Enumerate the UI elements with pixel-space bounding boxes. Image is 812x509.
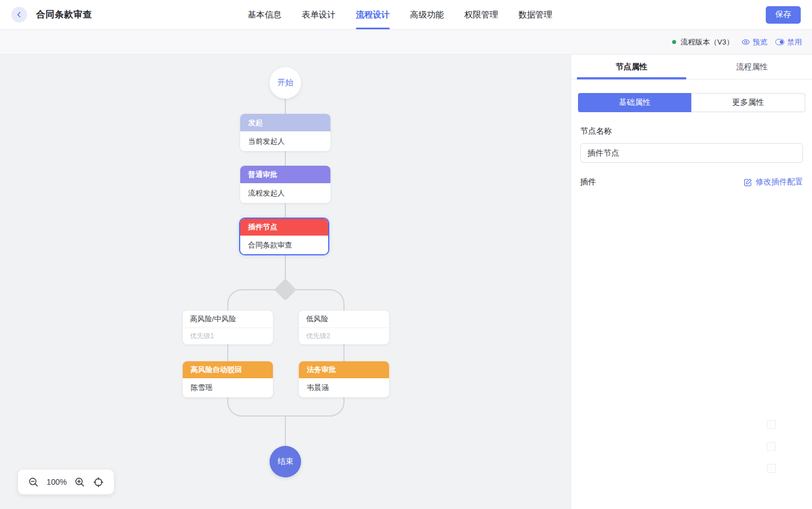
reset-view-button[interactable] [93,477,104,488]
branch-rails [227,289,345,417]
condition-title: 高风险/中风险 [183,311,273,328]
node-header: 普通审批 [240,166,330,183]
connector-line [285,99,286,114]
disable-toggle[interactable]: 禁用 [775,37,802,47]
property-segmented-control: 基础属性 更多属性 [578,93,805,112]
plugin-row: 插件 修改插件配置 [580,177,803,187]
node-header: 法务审批 [299,361,389,378]
condition-card-high-risk[interactable]: 高风险/中风险 优先级1 [183,311,273,344]
toggle-switch-icon [775,39,784,45]
pencil-square-icon [744,178,752,187]
plugin-label: 插件 [580,177,596,187]
flow-node-auto-reject[interactable]: 高风险自动驳回 陈雪瑶 [183,361,273,397]
node-name-input[interactable] [580,143,803,163]
chevron-left-icon [16,11,23,18]
node-header: 高风险自动驳回 [183,361,273,378]
tab-process-properties[interactable]: 流程属性 [692,55,812,79]
eye-icon [742,38,750,46]
page-title: 合同条款审查 [36,9,92,21]
top-header: 合同条款审查 基本信息 表单设计 流程设计 高级功能 权限管理 数据管理 保存 [0,0,812,30]
condition-priority: 优先级1 [183,328,273,344]
connector-line [285,151,286,166]
flow-node-plugin-selected[interactable]: 插件节点 合同条款审查 [239,218,329,255]
tab-form-design[interactable]: 表单设计 [302,0,336,29]
flow-node-approval[interactable]: 普通审批 流程发起人 [240,166,330,203]
node-body: 韦晨涵 [299,378,389,397]
tab-basic-info[interactable]: 基本信息 [248,0,281,29]
panel-tabs: 节点属性 流程属性 [571,55,812,79]
start-node[interactable]: 开始 [270,67,301,99]
placeholder-box [767,420,776,429]
end-node[interactable]: 结束 [270,446,301,477]
magnifier-plus-icon [74,477,85,488]
placeholder-box [767,442,776,451]
edit-plugin-config-link[interactable]: 修改插件配置 [744,177,803,187]
node-header: 发起 [240,114,330,131]
condition-card-low-risk[interactable]: 低风险 优先级2 [299,311,389,344]
tab-node-properties[interactable]: 节点属性 [571,55,692,79]
plugin-action-label: 修改插件配置 [756,177,803,187]
preview-button[interactable]: 预览 [742,37,767,47]
node-body: 合同条款审查 [240,236,328,254]
zoom-out-button[interactable] [28,477,39,488]
save-button[interactable]: 保存 [766,6,801,24]
version-label: 流程版本（V3） [681,37,734,47]
condition-priority: 优先级2 [299,328,389,344]
zoom-level: 100% [47,477,67,486]
tab-process-design[interactable]: 流程设计 [356,0,390,29]
tab-data-management[interactable]: 数据管理 [518,0,552,29]
connector-line [285,415,286,446]
condition-title: 低风险 [299,311,389,328]
top-nav: 基本信息 表单设计 流程设计 高级功能 权限管理 数据管理 [248,0,552,29]
node-body: 流程发起人 [240,183,330,203]
node-body: 当前发起人 [240,131,330,151]
preview-label: 预览 [753,37,767,47]
status-dot [672,40,676,44]
connector-line [285,255,286,282]
zoom-in-button[interactable] [74,477,85,488]
version-status: 流程版本（V3） [672,37,734,47]
node-header: 插件节点 [240,219,328,236]
magnifier-minus-icon [28,477,39,488]
flow-canvas[interactable]: 开始 发起 当前发起人 普通审批 流程发起人 插件节点 合同条款审查 高风险/中… [0,55,571,509]
back-button[interactable] [11,7,27,23]
properties-panel: 节点属性 流程属性 基础属性 更多属性 节点名称 插件 修改插件配置 [571,55,812,509]
node-body: 陈雪瑶 [183,378,273,397]
panel-body: 节点名称 插件 修改插件配置 [571,112,812,187]
subtab-basic-properties[interactable]: 基础属性 [578,93,691,112]
connector-line [285,203,286,218]
crosshair-target-icon [93,477,104,488]
flow-node-legal-review[interactable]: 法务审批 韦晨涵 [299,361,389,397]
node-name-label: 节点名称 [580,126,803,136]
disable-label: 禁用 [787,37,802,47]
tab-advanced-features[interactable]: 高级功能 [410,0,444,29]
subtab-more-properties[interactable]: 更多属性 [691,93,805,112]
version-toolbar: 流程版本（V3） 预览 禁用 [0,30,812,55]
zoom-controls: 100% [18,470,114,494]
placeholder-box [767,464,776,473]
tab-permission-management[interactable]: 权限管理 [464,0,498,29]
flow-node-initiator[interactable]: 发起 当前发起人 [240,114,330,151]
